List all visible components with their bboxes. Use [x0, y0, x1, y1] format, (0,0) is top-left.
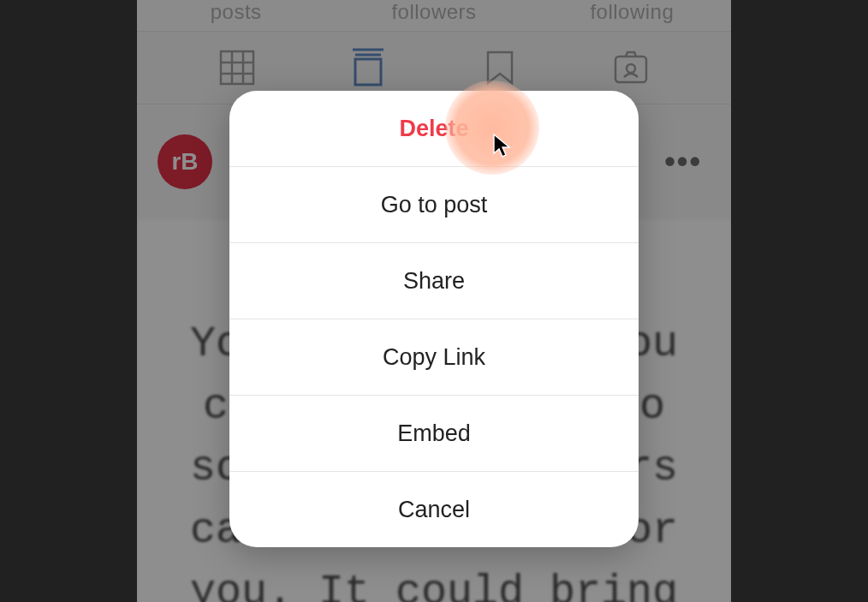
delete-button[interactable]: Delete	[229, 91, 639, 167]
share-button[interactable]: Share	[229, 243, 639, 319]
embed-button[interactable]: Embed	[229, 396, 639, 472]
copy-link-button[interactable]: Copy Link	[229, 319, 639, 396]
viewport: posts followers following rB ••• You nev…	[0, 0, 868, 602]
cancel-button[interactable]: Cancel	[229, 472, 639, 547]
go-to-post-button[interactable]: Go to post	[229, 167, 639, 243]
post-options-modal: Delete Go to post Share Copy Link Embed …	[229, 91, 639, 547]
